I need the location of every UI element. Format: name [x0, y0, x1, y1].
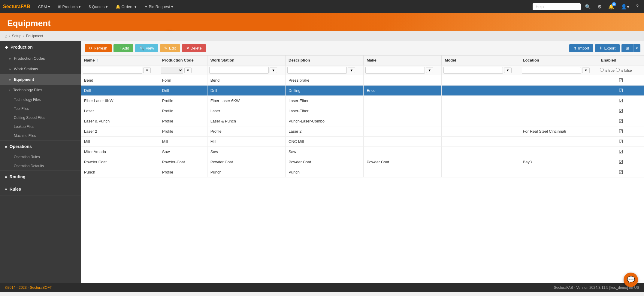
sidebar-rules-header[interactable]: » Rules	[0, 183, 81, 195]
filter-work-station-input[interactable]	[209, 67, 269, 74]
import-button[interactable]: ⬆ Import	[569, 44, 594, 52]
filter-name-input[interactable]	[83, 67, 142, 74]
filter-prod-code-select[interactable]	[161, 67, 183, 74]
sidebar-production-header[interactable]: ◆ Production	[0, 41, 81, 53]
table-row[interactable]: DrillDrillDrillDrillingEnco☑	[81, 86, 644, 96]
sidebar-item-work-stations[interactable]: » Work Stations	[0, 64, 81, 74]
sidebar-item-tech-files-group[interactable]: › Technology Files	[0, 85, 81, 95]
filter-location-input[interactable]	[522, 67, 581, 74]
table-cell: Profile	[159, 126, 207, 137]
table-cell: Form	[159, 75, 207, 86]
home-icon[interactable]: ⌂	[5, 34, 7, 38]
add-button[interactable]: + Add	[113, 44, 134, 52]
filter-make-input[interactable]	[365, 67, 425, 74]
filter-location-btn[interactable]: ▼	[582, 68, 590, 73]
table-cell: Fiber Laser 6KW	[207, 96, 285, 106]
sidebar-item-tech-files[interactable]: Technology Files	[0, 95, 81, 104]
nav-products[interactable]: ⊞ Products ▾	[55, 3, 84, 10]
sidebar-item-operation-rules[interactable]: Operation Rules	[0, 153, 81, 162]
col-work-station[interactable]: Work Station	[207, 56, 285, 65]
table-cell: Fiber Laser 6KW	[81, 96, 159, 106]
bell-icon[interactable]: 🔔 0	[606, 4, 617, 10]
brand-logo[interactable]: SecturaFAB	[3, 4, 30, 9]
help-input[interactable]	[533, 3, 581, 10]
sidebar-label-production-codes: Production Codes	[14, 56, 45, 61]
sort-arrow-name[interactable]: ↑	[97, 58, 99, 62]
table-cell: Press brake	[286, 75, 364, 86]
table-row[interactable]: Laser 2ProfileProfileLaser 2For Real Ste…	[81, 126, 644, 137]
refresh-button[interactable]: ↻ Refresh	[85, 44, 112, 52]
enabled-false-radio[interactable]	[616, 68, 620, 72]
view-dropdown-button[interactable]: ▾	[633, 44, 640, 52]
col-description[interactable]: Description	[286, 56, 364, 65]
filter-work-station: ▼	[207, 65, 285, 75]
question-icon[interactable]: ?	[633, 4, 641, 9]
sidebar-operations-header[interactable]: » Operations	[0, 140, 81, 153]
table-cell	[364, 106, 442, 116]
sidebar-item-cutting-speed[interactable]: Cutting Speed Files	[0, 113, 81, 122]
enabled-true-radio[interactable]	[600, 68, 604, 72]
col-enabled[interactable]: Enabled	[598, 56, 644, 65]
filter-name-btn[interactable]: ▼	[143, 68, 151, 73]
enabled-true-label[interactable]: is true	[600, 68, 615, 73]
table-body: BendFormBendPress brake☑DrillDrillDrillD…	[81, 75, 644, 177]
table-row[interactable]: Laser & PunchProfileLaser & PunchPunch-L…	[81, 116, 644, 126]
user-icon[interactable]: 👤▾	[618, 4, 632, 10]
breadcrumb-setup[interactable]: Setup	[12, 34, 21, 38]
col-name[interactable]: Name ↑	[81, 56, 159, 65]
sidebar-item-tool-files[interactable]: Tool Files	[0, 104, 81, 113]
filter-make-btn[interactable]: ▼	[426, 68, 434, 73]
col-prod-code[interactable]: Production Code	[159, 56, 207, 65]
grid-view-button[interactable]: ⊞	[621, 44, 633, 52]
table-cell: Punch	[207, 167, 285, 177]
table-row[interactable]: MillMillMillCNC Mill☑	[81, 137, 644, 147]
col-location[interactable]: Location	[520, 56, 598, 65]
filter-prod-code-btn[interactable]: ▼	[184, 68, 192, 73]
sidebar-item-machine-files[interactable]: Machine Files	[0, 131, 81, 140]
table-cell: Laser 2	[286, 126, 364, 137]
nav-quotes[interactable]: $ Quotes ▾	[86, 3, 110, 10]
operations-icon: »	[5, 144, 7, 149]
table-cell	[364, 116, 442, 126]
sidebar-item-production-codes[interactable]: » Production Codes	[0, 53, 81, 64]
gear-icon[interactable]: ⚙	[595, 4, 604, 10]
delete-button[interactable]: ✕ Delete	[182, 44, 206, 52]
nav-bid-request[interactable]: ✦ Bid Request ▾	[141, 3, 176, 10]
edit-button[interactable]: ✎ Edit	[160, 44, 180, 52]
table-cell: Saw	[159, 147, 207, 157]
filter-description-input[interactable]	[287, 67, 347, 74]
table-cell: Saw	[207, 147, 285, 157]
table-cell	[442, 106, 520, 116]
sidebar-item-operation-defaults[interactable]: Operation Defaults	[0, 162, 81, 171]
nav-orders[interactable]: 🔔 Orders ▾	[113, 3, 140, 10]
sidebar-label-tech-files: Technology Files	[13, 88, 42, 92]
sidebar-item-lookup-files[interactable]: Lookup Files	[0, 122, 81, 131]
filter-model-input[interactable]	[443, 67, 503, 74]
enabled-false-label[interactable]: is false	[616, 68, 632, 73]
filter-model-btn[interactable]: ▼	[504, 68, 512, 73]
chat-button[interactable]: 💬	[624, 273, 638, 287]
breadcrumb-sep-1: /	[9, 34, 10, 38]
sidebar-label-work-stations: Work Stations	[14, 67, 38, 71]
table-row[interactable]: PunchProfilePunchPunch☑	[81, 167, 644, 177]
table-row[interactable]: Fiber Laser 6KWProfileFiber Laser 6KWLas…	[81, 96, 644, 106]
filter-work-station-btn[interactable]: ▼	[270, 68, 277, 73]
table-row[interactable]: Miter AmadaSawSawSaw☑	[81, 147, 644, 157]
filter-description-btn[interactable]: ▼	[348, 68, 355, 73]
table-row[interactable]: Powder CoatPowder-CoatPowder CoatPowder …	[81, 157, 644, 167]
col-make[interactable]: Make	[364, 56, 442, 65]
sidebar-item-equipment[interactable]: » Equipment	[0, 74, 81, 85]
sidebar-group-operations: » Operations Operation Rules Operation D…	[0, 140, 81, 171]
table-cell: Punch	[286, 167, 364, 177]
enabled-check-icon: ☑	[619, 149, 623, 154]
table-row[interactable]: LaserProfileLaserLaser-Fiber☑	[81, 106, 644, 116]
col-model[interactable]: Model	[442, 56, 520, 65]
table-row[interactable]: BendFormBendPress brake☑	[81, 75, 644, 86]
sidebar-routing-header[interactable]: » Routing	[0, 171, 81, 183]
export-button[interactable]: ⬇ Export	[595, 44, 620, 52]
search-icon[interactable]: 🔍	[582, 4, 593, 10]
view-toggle-group: ⊞ ▾	[621, 44, 640, 52]
nav-crm[interactable]: CRM ▾	[35, 3, 53, 10]
view-button[interactable]: 🔍 View	[135, 44, 158, 52]
filter-model: ▼	[442, 65, 520, 75]
